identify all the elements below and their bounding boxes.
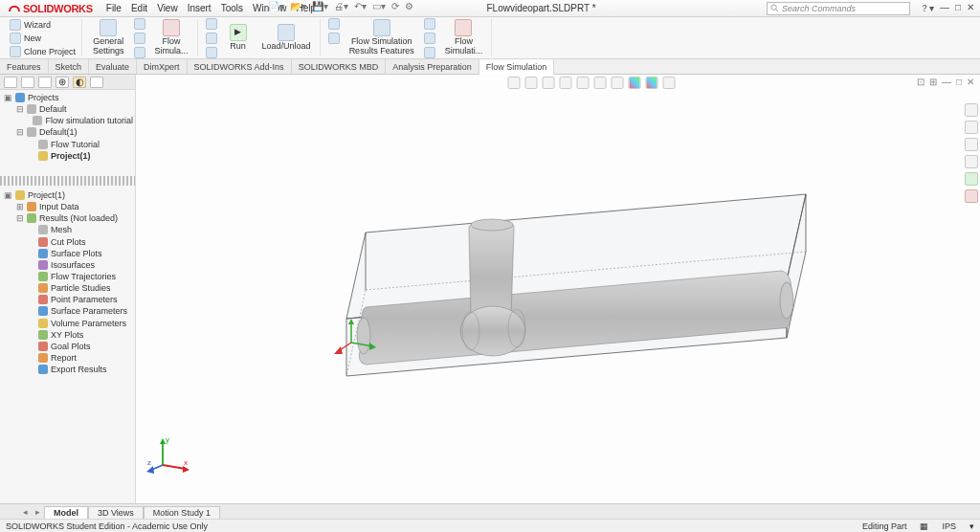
zoom-area-icon[interactable]: [525, 77, 538, 89]
tab-sketch[interactable]: Sketch: [49, 59, 90, 74]
tree-item[interactable]: Flow Tutorial: [2, 139, 133, 150]
run-small-3[interactable]: [204, 46, 219, 59]
tree-item[interactable]: Project(1): [2, 150, 133, 162]
fm-tab-4[interactable]: ⊕: [56, 77, 69, 88]
tree-item[interactable]: ⊞Input Data: [2, 201, 133, 212]
fm-tab-1[interactable]: [4, 77, 17, 88]
minimize-icon[interactable]: —: [940, 2, 949, 15]
taskpane-file-explorer-icon[interactable]: [965, 138, 978, 151]
general-settings-button[interactable]: General Settings: [88, 17, 129, 59]
close-icon[interactable]: ✕: [967, 2, 974, 15]
menu-file[interactable]: File: [106, 3, 122, 13]
qat-select-icon[interactable]: ▭▾: [372, 1, 386, 11]
qat-rebuild-icon[interactable]: ⟳: [391, 1, 399, 11]
tree-item[interactable]: Flow Trajectories: [2, 271, 133, 282]
fm-tab-2[interactable]: [21, 77, 34, 88]
maximize-icon[interactable]: □: [955, 2, 961, 15]
taskpane-view-palette-icon[interactable]: [965, 155, 978, 168]
tab-evaluate[interactable]: Evaluate: [89, 59, 137, 74]
tree-item[interactable]: Isosurfaces: [2, 259, 133, 271]
edit-appearance-icon[interactable]: [629, 77, 641, 89]
status-units[interactable]: IPS: [942, 521, 956, 531]
qat-save-icon[interactable]: 💾▾: [312, 1, 328, 11]
menu-insert[interactable]: Insert: [188, 3, 212, 13]
hide-show-icon[interactable]: [612, 77, 624, 89]
vp-control-2[interactable]: ⊞: [929, 77, 937, 87]
tree-item[interactable]: Point Parameters: [2, 294, 133, 305]
qat-options-icon[interactable]: ⚙: [405, 1, 413, 11]
flow-simulation-button[interactable]: Flow Simula...: [150, 17, 193, 59]
tab-dimxpert[interactable]: DimXpert: [137, 59, 188, 74]
taskpane-design-library-icon[interactable]: [965, 121, 978, 134]
tab-flow-simulation[interactable]: Flow Simulation: [479, 59, 555, 75]
tab-features[interactable]: Features: [0, 59, 49, 74]
vp-close-icon[interactable]: ✕: [967, 77, 974, 87]
settings-small-1[interactable]: [132, 17, 147, 31]
menu-view[interactable]: View: [157, 3, 178, 13]
run-button[interactable]: ▶Run: [222, 17, 255, 59]
tree-item[interactable]: Mesh: [2, 224, 133, 235]
tree-item[interactable]: XY Plots: [2, 329, 133, 341]
tab-mbd[interactable]: SOLIDWORKS MBD: [292, 59, 387, 74]
settings-small-3[interactable]: [132, 46, 147, 59]
vp-minimize-icon[interactable]: —: [942, 77, 951, 87]
fm-tab-6[interactable]: [90, 77, 103, 88]
tree-item[interactable]: ⊟Default: [2, 103, 133, 115]
previous-view-icon[interactable]: [543, 77, 555, 89]
tree-item[interactable]: Particle Studies: [2, 282, 133, 294]
display-style-icon[interactable]: [594, 77, 607, 89]
res-small-3[interactable]: [422, 17, 437, 31]
run-small-2[interactable]: [204, 32, 219, 45]
help-icon[interactable]: ？▾: [920, 2, 934, 15]
section-view-icon[interactable]: [560, 77, 572, 89]
graphics-viewport[interactable]: ⊡ ⊞ — □ ✕: [136, 75, 980, 503]
load-unload-button[interactable]: Load/Unload: [257, 17, 316, 59]
tree-item[interactable]: Report: [2, 352, 133, 364]
res-small-1[interactable]: [326, 17, 342, 31]
tree-item[interactable]: Goal Plots: [2, 341, 133, 352]
taskpane-appearances-icon[interactable]: [965, 172, 978, 186]
tree-item[interactable]: Export Results: [2, 364, 133, 375]
tab-scroll-right[interactable]: ▸: [32, 507, 44, 517]
status-flag-icon[interactable]: ▦: [920, 521, 928, 531]
apply-scene-icon[interactable]: [646, 77, 658, 89]
tree-item[interactable]: ⊟Default(1): [2, 126, 133, 138]
vp-maximize-icon[interactable]: □: [956, 77, 962, 87]
tree-separator[interactable]: [0, 176, 135, 186]
fm-tab-5[interactable]: ◐: [73, 77, 86, 88]
tree-item[interactable]: ⊟Results (Not loaded): [2, 212, 133, 224]
new-button[interactable]: New: [8, 32, 78, 45]
flow-simulation-button-2[interactable]: Flow Simulati...: [440, 17, 488, 59]
qat-undo-icon[interactable]: ↶▾: [354, 1, 367, 11]
res-small-4[interactable]: [422, 32, 437, 45]
taskpane-custom-props-icon[interactable]: [965, 189, 978, 203]
menu-tools[interactable]: Tools: [221, 3, 243, 13]
tree-item[interactable]: Volume Parameters: [2, 318, 133, 329]
search-commands-input[interactable]: Search Commands: [767, 2, 910, 15]
results-features-button[interactable]: Flow Simulation Results Features: [345, 17, 419, 59]
tab-analysis-prep[interactable]: Analysis Preparation: [386, 59, 479, 74]
bottom-tab-motion-study[interactable]: Motion Study 1: [144, 506, 220, 519]
tree-item[interactable]: Cut Plots: [2, 236, 133, 248]
qat-print-icon[interactable]: 🖨▾: [334, 1, 348, 11]
tab-scroll-left[interactable]: ◂: [19, 507, 32, 517]
bottom-tab-model[interactable]: Model: [44, 506, 88, 519]
tree-item[interactable]: Flow simulation tutorial: [2, 115, 133, 126]
wizard-button[interactable]: Wizard: [8, 18, 78, 32]
res-small-5[interactable]: [422, 46, 437, 59]
res-small-2[interactable]: [326, 32, 342, 45]
qat-open-icon[interactable]: 📂▾: [290, 1, 306, 11]
settings-small-2[interactable]: [132, 32, 147, 45]
bottom-tab-3dviews[interactable]: 3D Views: [88, 506, 144, 519]
view-settings-icon[interactable]: [663, 77, 676, 89]
vp-control-1[interactable]: ⊡: [917, 77, 924, 87]
tree-root-projects[interactable]: ▣Projects: [2, 92, 133, 103]
zoom-fit-icon[interactable]: [508, 77, 521, 89]
run-small-1[interactable]: [204, 17, 219, 31]
qat-new-icon[interactable]: 📄▾: [268, 1, 284, 11]
clone-project-button[interactable]: Clone Project: [8, 45, 78, 58]
tree-item[interactable]: Surface Plots: [2, 248, 133, 259]
fm-tab-3[interactable]: [38, 77, 52, 88]
tree-root-project[interactable]: ▣Project(1): [2, 189, 133, 201]
menu-edit[interactable]: Edit: [131, 3, 147, 13]
